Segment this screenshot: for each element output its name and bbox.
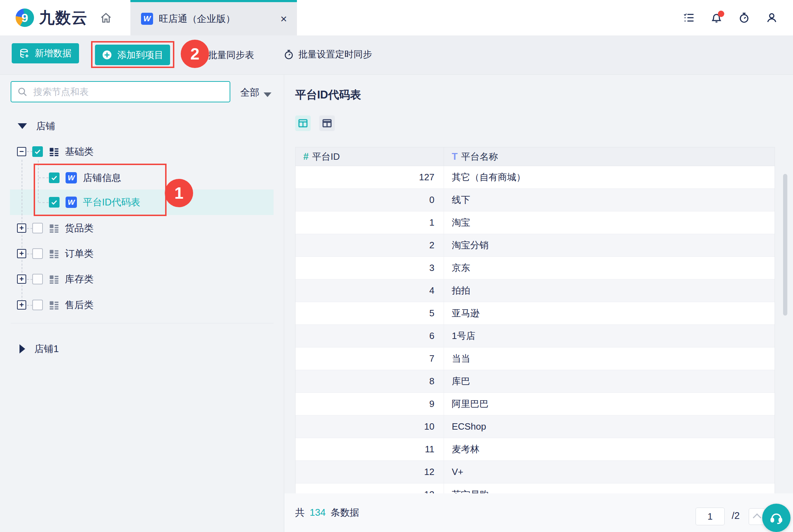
filter-all-dropdown[interactable]: 全部 — [240, 86, 271, 99]
column-header-platform-id[interactable]: # 平台ID — [296, 147, 444, 166]
tree-group-goods[interactable]: + 货品类 — [17, 220, 94, 236]
tree-group-aftersale[interactable]: + 售后类 — [17, 297, 94, 313]
support-chat-button[interactable] — [762, 504, 791, 532]
tree-group-inventory[interactable]: + 库存类 — [17, 271, 94, 287]
expand-arrow-icon[interactable] — [18, 123, 27, 129]
page-title: 平台ID代码表 — [295, 87, 361, 102]
batch-sync-label: 批量同步表 — [208, 49, 254, 61]
page-number-input[interactable] — [696, 508, 725, 525]
chevron-down-icon — [264, 92, 271, 97]
cell-platform-name: 麦考林 — [444, 438, 775, 460]
tab-close-icon[interactable]: × — [280, 13, 287, 24]
table-body: 127 其它（自有商城） 0 线下 1 淘宝 2 淘宝分销 3 京东 4 拍拍 … — [296, 166, 775, 493]
tree-node-shop1[interactable]: 店铺1 — [19, 341, 59, 357]
cell-platform-name: V+ — [444, 461, 775, 483]
column-label: 平台ID — [312, 151, 340, 163]
wangdiantong-app-icon: W — [141, 13, 153, 25]
table-row: 12 V+ — [296, 461, 775, 483]
batch-sync-button[interactable]: 批量同步表 — [208, 49, 254, 61]
brand-name: 九数云 — [39, 7, 88, 28]
timer-icon[interactable] — [738, 12, 750, 23]
vertical-scrollbar[interactable] — [783, 174, 787, 316]
node-group-icon — [49, 300, 59, 310]
cell-platform-name: 1号店 — [444, 325, 775, 347]
cell-platform-name: 库巴 — [444, 370, 775, 392]
notification-bell-icon[interactable] — [711, 12, 722, 23]
cell-platform-name: 线下 — [444, 189, 775, 211]
header-icon-group — [683, 0, 777, 35]
column-label: 平台名称 — [461, 151, 498, 163]
user-account-icon[interactable] — [766, 12, 777, 23]
split-view-toggle[interactable] — [319, 115, 335, 131]
table-row: 13 苏宁易购 — [296, 483, 775, 493]
table-row: 6 1号店 — [296, 325, 775, 347]
node-group-icon — [49, 249, 59, 259]
brand-logo[interactable]: 9 九数云 — [16, 0, 88, 35]
cell-platform-id: 7 — [296, 347, 444, 370]
tree-group-basic[interactable]: − 基础类 — [17, 144, 94, 159]
cell-platform-id: 5 — [296, 302, 444, 324]
annotation-step-1: 1 — [165, 179, 193, 207]
node-group-icon — [49, 223, 59, 233]
cell-platform-name: 阿里巴巴 — [444, 393, 775, 415]
cell-platform-id: 0 — [296, 189, 444, 211]
tab-wangdiantong[interactable]: W 旺店通（企业版） × — [130, 0, 297, 35]
app-window: 9 九数云 W 旺店通（企业版） × — [0, 0, 793, 532]
notification-badge — [718, 11, 724, 17]
checkbox-unchecked[interactable] — [32, 248, 43, 259]
toolbar: 新增数据 添加到项目 2 批量同步表 批量设置定时同步 — [0, 35, 793, 75]
database-plus-icon — [19, 48, 30, 59]
tree-node-shop[interactable]: 店铺 — [18, 118, 55, 134]
checkbox-checked[interactable] — [32, 146, 43, 157]
table-view-icon — [298, 118, 308, 129]
checkbox-unchecked[interactable] — [32, 274, 43, 284]
filter-all-label: 全部 — [240, 86, 259, 99]
new-data-button[interactable]: 新增数据 — [12, 43, 79, 63]
expand-plus-icon[interactable]: + — [17, 249, 26, 258]
search-icon — [17, 86, 28, 97]
cell-platform-id: 8 — [296, 370, 444, 392]
sidebar: 全部 店铺 − — [0, 75, 284, 532]
tree-group-orders[interactable]: + 订单类 — [17, 246, 94, 261]
stopwatch-icon — [283, 49, 294, 60]
cell-platform-id: 4 — [296, 279, 444, 302]
expand-plus-icon[interactable]: + — [17, 223, 26, 233]
search-input[interactable] — [33, 86, 230, 98]
tab-label: 旺店通（企业版） — [159, 12, 235, 25]
batch-schedule-button[interactable]: 批量设置定时同步 — [283, 48, 372, 61]
text-type-icon: T — [452, 151, 458, 162]
table-view-toggle-active[interactable] — [295, 115, 311, 131]
expand-plus-icon[interactable]: + — [17, 275, 26, 284]
collapsed-arrow-icon[interactable] — [19, 344, 25, 353]
cell-platform-name: 京东 — [444, 257, 775, 279]
task-list-icon[interactable] — [683, 12, 694, 23]
cell-platform-name: 亚马逊 — [444, 302, 775, 324]
table-header-row: # 平台ID T 平台名称 — [296, 147, 775, 166]
cell-platform-id: 2 — [296, 234, 444, 256]
count-prefix: 共 — [295, 506, 305, 519]
cell-platform-name: ECShop — [444, 415, 775, 438]
annotation-step-2: 2 — [181, 40, 209, 68]
collapse-minus-icon[interactable]: − — [17, 147, 26, 156]
expand-plus-icon[interactable]: + — [17, 300, 26, 310]
tree-node-label: 店铺1 — [34, 343, 59, 355]
table-row: 3 京东 — [296, 257, 775, 279]
search-box — [11, 81, 230, 102]
cell-platform-id: 127 — [296, 166, 444, 188]
table-row: 1 淘宝 — [296, 211, 775, 234]
column-header-platform-name[interactable]: T 平台名称 — [444, 147, 775, 166]
table-row: 9 阿里巴巴 — [296, 393, 775, 415]
node-group-icon — [49, 274, 59, 284]
checkbox-unchecked[interactable] — [32, 223, 43, 233]
annotation-rect-step2 — [91, 41, 174, 68]
table-row: 127 其它（自有商城） — [296, 166, 775, 189]
table-row: 4 拍拍 — [296, 279, 775, 302]
home-icon[interactable] — [100, 12, 112, 24]
tree-group-label: 基础类 — [65, 145, 94, 158]
checkbox-unchecked[interactable] — [32, 300, 43, 310]
new-data-label: 新增数据 — [35, 47, 72, 60]
cell-platform-id: 12 — [296, 461, 444, 483]
tree-group-label: 订单类 — [65, 247, 94, 260]
cell-platform-name: 当当 — [444, 347, 775, 370]
brand-logo-icon: 9 — [16, 9, 34, 27]
